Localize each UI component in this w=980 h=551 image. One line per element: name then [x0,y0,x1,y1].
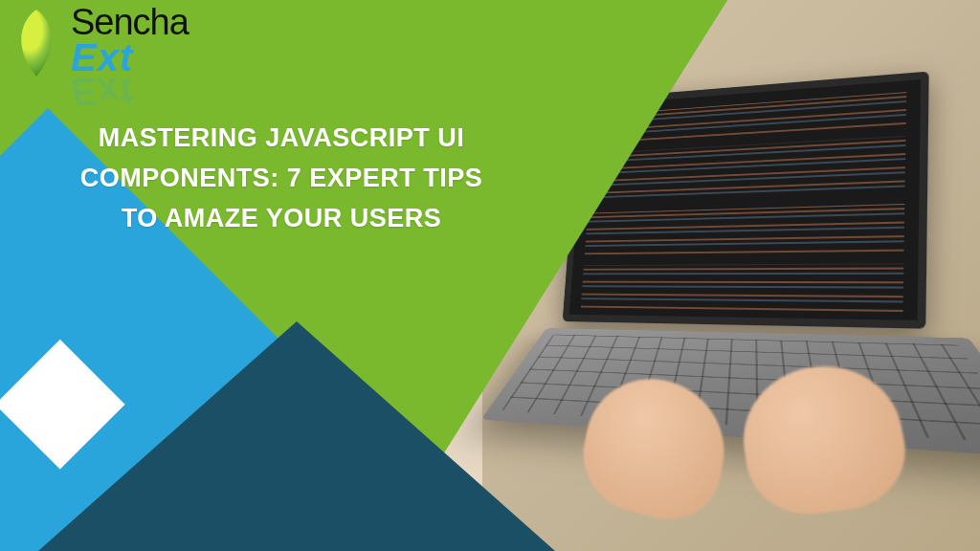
hero-banner: Sencha ExtJS ExtJS MASTERING JAVASCRIPT … [0,0,980,551]
brand-product-reflection: ExtJS [71,73,189,111]
white-diamond-icon [0,340,125,470]
headline-text: MASTERING JAVASCRIPT UI COMPONENTS: 7 EX… [61,119,501,239]
brand-logo: Sencha ExtJS ExtJS [13,4,189,111]
brand-name: Sencha [71,4,189,40]
brand-text: Sencha ExtJS ExtJS [71,4,189,111]
code-snippet [585,204,905,254]
leaf-icon [13,10,59,78]
keyboard-keys [501,334,980,444]
code-snippet [581,263,904,314]
laptop-keyboard [480,328,980,459]
